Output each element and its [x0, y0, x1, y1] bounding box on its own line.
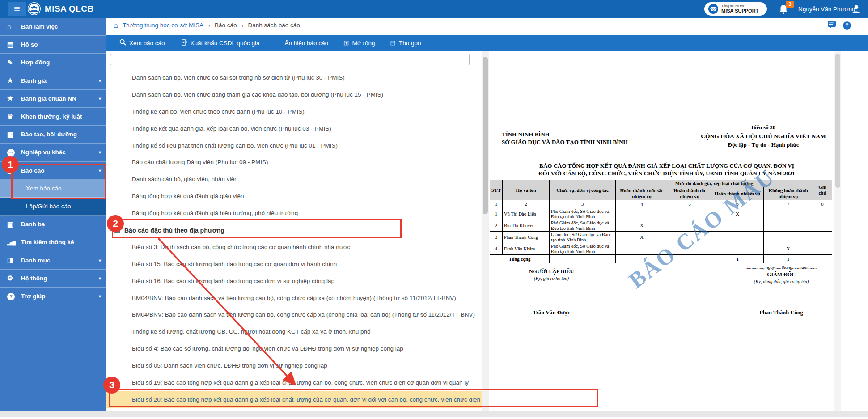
misa-logo-icon: [28, 2, 41, 15]
cell-name: Vũ Thị Đào Liên: [503, 208, 550, 220]
breadcrumb-separator-icon: ›: [208, 21, 210, 29]
report-group-bao-cao-dac-thu[interactable]: − Báo cáo đặc thù theo địa phương: [106, 222, 482, 239]
report-list-item-selected-bieu-so-20[interactable]: Biểu số 20: Báo cáo tổng hợp kết quả đán…: [106, 391, 482, 408]
home-icon: ⌂: [7, 23, 21, 30]
report-search-input[interactable]: [110, 54, 470, 65]
support-name-label: MISA SUPPORT: [721, 8, 758, 13]
sidebar-item-t ro-giup[interactable]: ? Trợ giúp ▾: [0, 288, 106, 305]
sidebar-item-ban-lam-viec[interactable]: ⌂ Bàn làm việc: [0, 18, 106, 36]
report-list-item[interactable]: Thống kê kết quả đánh giá, xếp loại cán …: [106, 120, 482, 137]
col-header-note: Ghi chú: [813, 180, 832, 200]
sidebar-nav: ⌂ Bàn làm việc ▤ Hồ sơ ✎ Hợp đồng ★ Đánh…: [0, 18, 106, 411]
cell-excellent: X: [616, 220, 668, 232]
view-report-label: Xem báo cáo: [129, 40, 165, 47]
hamburger-menu-button[interactable]: ≡: [8, 2, 26, 16]
current-user-name[interactable]: Nguyễn Văn Phương: [798, 0, 855, 18]
report-list-item[interactable]: Báo cáo chất lượng Đảng viên (Phụ lục 09…: [106, 154, 482, 171]
cell-excellent: [616, 243, 668, 255]
report-title-line2: ĐỐI VỚI CÁN BỘ, CÔNG CHỨC, VIÊN CHỨC DIỆ…: [501, 169, 833, 177]
sidebar-item-danh-gia-chuan-nn[interactable]: ★ Đánh giá chuẩn NN ▾: [0, 90, 106, 108]
collapse-minus-icon: ⊟: [390, 39, 396, 47]
report-list-item[interactable]: Thống kế số liệu phát triển chất lượng c…: [106, 137, 482, 154]
toggle-report-visibility-button[interactable]: Ẩn hiện báo cáo: [277, 35, 336, 51]
page-help-icon[interactable]: ?: [843, 21, 851, 30]
more-options-icon: ···: [7, 148, 21, 157]
horizontal-scrollbar-track[interactable]: [0, 411, 868, 417]
app-title: MISA QLCB: [45, 4, 94, 14]
id-card-icon: ▤: [7, 41, 21, 49]
cell-excellent: X: [616, 232, 668, 243]
sidebar-item-dao-tao[interactable]: ▦ Đào tạo, bồi dưỡng: [0, 126, 106, 144]
top-bar: ≡ MISA QLCB ☎ Tổng đài hỗ trợ MISA SUPPO…: [0, 0, 868, 18]
export-csdl-button[interactable]: Xuất khẩu CSDL quốc gia: [173, 35, 267, 51]
report-list-item[interactable]: BM04/BNV: Báo cáo danh sách và tiền lươn…: [106, 306, 482, 323]
chevron-down-icon: ▾: [99, 150, 101, 155]
cell-good: [668, 243, 711, 255]
sidebar-item-label: Hợp đồng: [21, 59, 50, 66]
list-scrollbar-thumb[interactable]: [483, 57, 488, 214]
view-report-button[interactable]: Xem báo cáo: [112, 35, 173, 51]
report-group-label: Báo cáo đặc thù theo địa phương: [124, 227, 224, 234]
report-list-item[interactable]: Biểu số 16: Báo cáo số lượng lãnh đạo tr…: [106, 273, 482, 290]
sidebar-item-label: Tìm kiếm thống kê: [21, 239, 74, 245]
sidebar-item-he-thong[interactable]: ⚙ Hệ thống ▾: [0, 270, 106, 288]
report-list-item[interactable]: Thống kê cán bộ, viên chức theo chức dan…: [106, 103, 482, 120]
misa-support-button[interactable]: ☎ Tổng đài hỗ trợ MISA SUPPORT: [704, 2, 767, 16]
sidebar-item-ho-so[interactable]: ▤ Hồ sơ: [0, 36, 106, 54]
sidebar-subitem-lap-gui-bao-cao[interactable]: Lập/Gửi báo cáo: [0, 198, 106, 216]
contract-icon: ✎: [7, 59, 21, 67]
collapse-all-button[interactable]: ⊟ Thu gọn: [382, 35, 428, 51]
sidebar-item-bao-cao[interactable]: ▥ Báo cáo ▾: [0, 162, 106, 180]
breadcrumb-root-link[interactable]: Trường trung học cơ sở MISA: [123, 22, 203, 29]
sidebar-item-hop-dong[interactable]: ✎ Hợp đồng: [0, 54, 106, 72]
collapse-group-icon[interactable]: −: [114, 227, 120, 233]
sidebar-subitem-label: Xem báo cáo: [26, 185, 62, 192]
numbering-cell: 5: [668, 200, 711, 208]
sidebar-item-nghiep-vu-khac[interactable]: ··· Nghiệp vụ khác ▾: [0, 144, 106, 161]
report-list-item[interactable]: Biểu số 19: Báo cáo tổng hợp kết quả đán…: [106, 374, 482, 391]
report-table: STT Họ và tên Chức vụ, đơn vị công tác M…: [490, 180, 832, 263]
cell-stt: 3: [490, 232, 503, 243]
report-list-item[interactable]: Bảng tổng hợp kết quả đánh giá hiệu trưở…: [106, 205, 482, 222]
report-document-icon: ▥: [7, 166, 21, 174]
expand-all-button[interactable]: ⊞ Mở rộng: [336, 35, 382, 51]
report-list-item[interactable]: Biểu số 05: Danh sách viên chức, LĐHĐ tr…: [106, 357, 482, 374]
cell-position: Phó Giám đốc, Sở Giáo dục và Đào tạo tỉn…: [550, 243, 616, 255]
sidebar-item-tim-kiem-thong-ke[interactable]: ▂▅▇ Tìm kiếm thống kê: [0, 233, 106, 251]
report-list-item[interactable]: Thống kê số lượng, chất lượng CB, CC, ng…: [106, 323, 482, 340]
sidebar-subitem-xem-bao-cao[interactable]: Xem báo cáo: [0, 180, 106, 198]
table-total-row: Tổng cộng 1 1: [490, 255, 832, 263]
sidebar-item-khen-thuong[interactable]: ♛ Khen thưởng, kỷ luật: [0, 108, 106, 126]
breadcrumb-home-icon[interactable]: ⌂: [114, 21, 118, 30]
cell-position: Phó Giám đốc, Sở Giáo dục và Đào tạo tỉn…: [550, 220, 616, 232]
col-header-rating-group: Mức độ đánh giá, xếp loại chất lượng: [616, 180, 813, 187]
report-list-item[interactable]: Biểu số 4: Báo cáo số lượng, chất lượng …: [106, 340, 482, 357]
breadcrumb-level1[interactable]: Báo cáo: [215, 22, 237, 29]
cell-name: Phan Thành Công: [503, 232, 550, 243]
table-row: 1 Vũ Thị Đào Liên Phó Giám đốc, Sở Giáo …: [490, 208, 832, 220]
sign-right-name: Phan Thành Công: [707, 309, 855, 316]
preview-scrollbar-thumb[interactable]: [835, 54, 840, 188]
feedback-chat-icon[interactable]: [827, 21, 836, 30]
gear-icon: ⚙: [7, 274, 21, 282]
user-avatar-icon[interactable]: [851, 4, 862, 14]
report-list-item[interactable]: Biểu số 15: Báo cáo số lượng lãnh đạo tr…: [106, 256, 482, 273]
table-row: 3 Phan Thành Công Giám đốc, Sở Giáo dục …: [490, 232, 832, 243]
report-list-item[interactable]: Danh sách cán bộ, giáo viên, nhân viên: [106, 171, 482, 188]
sidebar-item-danh-ba[interactable]: ▣ Danh bạ: [0, 216, 106, 233]
cell-incomplete: [764, 232, 813, 243]
report-list-item[interactable]: Biểu số 3: Danh sách cán bộ, công chức t…: [106, 239, 482, 256]
total-position-cell: [550, 255, 616, 263]
cell-note: [813, 208, 832, 220]
phone-icon: ☎: [708, 4, 718, 14]
report-list-item[interactable]: BM04/BNV: Báo cáo danh sách và tiền lươn…: [106, 290, 482, 307]
cell-name: Đinh Văn Khâm: [503, 243, 550, 255]
total-note: [813, 255, 832, 263]
sidebar-item-label: Đào tạo, bồi dưỡng: [21, 131, 77, 138]
report-list-item[interactable]: Danh sách cán bộ, viên chức có sai sót t…: [106, 69, 482, 86]
report-list-item[interactable]: Danh sách cán bộ, viên chức đang tham gi…: [106, 86, 482, 103]
report-list-item[interactable]: Bảng tổng hợp kết quả đánh giá giáo viên: [106, 188, 482, 205]
sidebar-item-danh-muc[interactable]: ◨ Danh mục ▾: [0, 251, 106, 269]
collapse-label: Thu gọn: [399, 40, 421, 47]
sidebar-item-danh-gia[interactable]: ★ Đánh giá ▾: [0, 72, 106, 90]
